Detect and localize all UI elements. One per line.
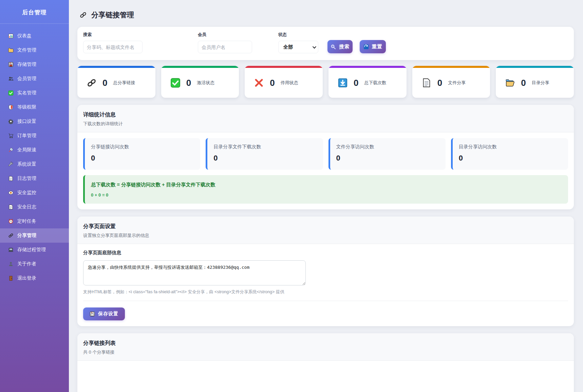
status-field-group: 状态 全部 bbox=[278, 32, 320, 53]
sidebar-item-label: 全局限速 bbox=[17, 147, 36, 153]
sidebar-item-storage-management[interactable]: 存储管理 bbox=[0, 57, 69, 72]
stat-value: 0 bbox=[437, 78, 442, 88]
app-title: 后台管理 bbox=[0, 0, 69, 23]
document-icon bbox=[8, 204, 14, 210]
sidebar-item-security-monitor[interactable]: 安全监控 bbox=[0, 186, 69, 200]
download-icon bbox=[338, 78, 348, 88]
sidebar-item-global-speed-limit[interactable]: 全局限速 bbox=[0, 143, 69, 157]
sidebar-item-stored-procedure[interactable]: 存储过程管理 bbox=[0, 243, 69, 257]
alarm-clock-icon bbox=[8, 219, 14, 224]
sidebar-item-label: 存储过程管理 bbox=[17, 247, 46, 253]
save-settings-label: 保存设置 bbox=[98, 311, 118, 317]
door-icon bbox=[8, 276, 14, 281]
stat-value: 0 bbox=[270, 78, 275, 88]
sidebar-item-label: 会员管理 bbox=[17, 76, 36, 82]
filter-panel: 搜索 会员 状态 全部 搜索 重置 bbox=[77, 27, 574, 60]
detail-value: 0 bbox=[336, 154, 439, 163]
sidebar-item-security-log[interactable]: 安全日志 bbox=[0, 200, 69, 214]
users-icon bbox=[8, 76, 14, 81]
chevron-down-icon bbox=[313, 44, 316, 48]
detail-label: 分享链接访问次数 bbox=[91, 144, 194, 150]
detail-value: 0 bbox=[91, 154, 194, 163]
status-select[interactable]: 全部 bbox=[278, 41, 318, 53]
folder-icon bbox=[8, 48, 14, 53]
stat-card-downloads: 0 总下载次数 bbox=[328, 66, 407, 98]
share-settings-title: 分享页面设置 bbox=[83, 223, 568, 230]
sidebar-item-api-settings[interactable]: 接口设置 bbox=[0, 114, 69, 129]
sidebar-item-about-author[interactable]: 关于作者 bbox=[0, 257, 69, 271]
stat-card-total-links: 0 总分享链接 bbox=[77, 66, 155, 98]
stat-value: 0 bbox=[186, 78, 191, 88]
sidebar-item-file-management[interactable]: 文件管理 bbox=[0, 43, 69, 57]
sidebar-item-order-management[interactable]: 订单管理 bbox=[0, 129, 69, 143]
sidebar-item-label: 安全日志 bbox=[17, 204, 36, 210]
sidebar-item-label: 仪表盘 bbox=[17, 33, 32, 39]
stat-label: 激活状态 bbox=[197, 80, 214, 86]
document-icon bbox=[8, 176, 14, 181]
link-icon bbox=[79, 11, 87, 19]
cart-icon bbox=[8, 133, 14, 138]
page-title: 分享链接管理 bbox=[91, 10, 134, 20]
detail-value: 0 bbox=[213, 154, 317, 163]
search-button-label: 搜索 bbox=[339, 43, 350, 50]
detail-value: 0 bbox=[459, 154, 562, 163]
download-formula-box: 总下载次数 = 分享链接访问次数 + 目录分享文件下载次数 0 + 0 = 0 bbox=[83, 175, 568, 204]
sidebar-item-label: 定时任务 bbox=[17, 218, 36, 224]
reset-button-label: 重置 bbox=[372, 43, 382, 50]
stat-card-disabled: 0 停用状态 bbox=[245, 66, 323, 98]
search-input[interactable] bbox=[83, 41, 143, 53]
check-icon bbox=[8, 90, 14, 96]
stat-label: 总下载次数 bbox=[364, 80, 386, 86]
link-icon bbox=[8, 233, 14, 238]
bar-chart-icon bbox=[8, 33, 14, 39]
shield-icon bbox=[8, 105, 14, 110]
check-icon bbox=[170, 78, 181, 88]
stat-card-active: 0 激活状态 bbox=[161, 66, 239, 98]
open-folder-icon bbox=[505, 78, 515, 88]
sidebar-item-label: 退出登录 bbox=[17, 275, 36, 281]
sidebar-item-label: 日志管理 bbox=[17, 175, 36, 182]
form-divider bbox=[83, 301, 568, 301]
detail-box-dir-file-downloads: 目录分享文件下载次数 0 bbox=[206, 138, 323, 170]
reset-button[interactable]: 重置 bbox=[360, 40, 386, 53]
status-field-label: 状态 bbox=[278, 32, 320, 38]
sidebar-item-dashboard[interactable]: 仪表盘 bbox=[0, 29, 69, 43]
stat-value: 0 bbox=[354, 78, 358, 88]
share-settings-header: 分享页面设置 设置独立分享页面底部显示的信息 bbox=[77, 217, 574, 244]
share-list-title: 分享链接列表 bbox=[83, 340, 568, 347]
sidebar-item-member-management[interactable]: 会员管理 bbox=[0, 72, 69, 86]
detail-stats-panel: 详细统计信息 下载次数的详细统计 分享链接访问次数 0 目录分享文件下载次数 0… bbox=[77, 105, 574, 209]
wrench-icon bbox=[8, 162, 14, 167]
save-settings-button[interactable]: 保存设置 bbox=[83, 307, 125, 320]
sidebar-item-label: 订单管理 bbox=[17, 133, 36, 139]
search-button[interactable]: 搜索 bbox=[327, 40, 353, 53]
sidebar-item-share-management[interactable]: 分享管理 bbox=[0, 228, 69, 243]
share-settings-subtitle: 设置独立分享页面底部显示的信息 bbox=[83, 232, 568, 239]
sidebar-item-realname-management[interactable]: 实名管理 bbox=[0, 86, 69, 100]
detail-label: 文件分享访问次数 bbox=[336, 144, 439, 150]
share-list-body bbox=[77, 361, 574, 392]
detail-box-dir-share-visits: 目录分享访问次数 0 bbox=[451, 138, 568, 170]
stat-value: 0 bbox=[102, 78, 107, 88]
sidebar-item-system-settings[interactable]: 系统设置 bbox=[0, 157, 69, 171]
sidebar-item-label: 实名管理 bbox=[17, 90, 36, 96]
sidebar-item-level-permissions[interactable]: 等级权限 bbox=[0, 100, 69, 114]
share-list-header: 分享链接列表 共 0 个分享链接 bbox=[77, 333, 574, 361]
detail-label: 目录分享访问次数 bbox=[459, 144, 562, 150]
sidebar-item-label: 系统设置 bbox=[17, 161, 36, 167]
sidebar-item-logout[interactable]: 退出登录 bbox=[0, 271, 69, 285]
sidebar-item-log-management[interactable]: 日志管理 bbox=[0, 171, 69, 186]
sidebar-item-label: 存储管理 bbox=[17, 61, 36, 68]
member-input[interactable] bbox=[198, 41, 252, 53]
file-icon bbox=[421, 78, 432, 88]
member-field-group: 会员 bbox=[198, 32, 278, 53]
stat-card-file-shares: 0 文件分享 bbox=[412, 66, 490, 98]
formula-title: 总下载次数 = 分享链接访问次数 + 目录分享文件下载次数 bbox=[91, 182, 562, 188]
detail-box-file-share-visits: 文件分享访问次数 0 bbox=[328, 138, 446, 170]
reset-icon bbox=[363, 44, 369, 50]
sidebar-item-scheduled-tasks[interactable]: 定时任务 bbox=[0, 214, 69, 228]
footer-info-textarea[interactable]: 急速分享，由快传系统提供支持，举报与投诉请发送邮箱至：423889236@qq.… bbox=[83, 260, 306, 285]
search-field-label: 搜索 bbox=[83, 32, 198, 38]
detail-stats-header: 详细统计信息 下载次数的详细统计 bbox=[77, 105, 574, 132]
sidebar-item-label: 文件管理 bbox=[17, 47, 36, 53]
